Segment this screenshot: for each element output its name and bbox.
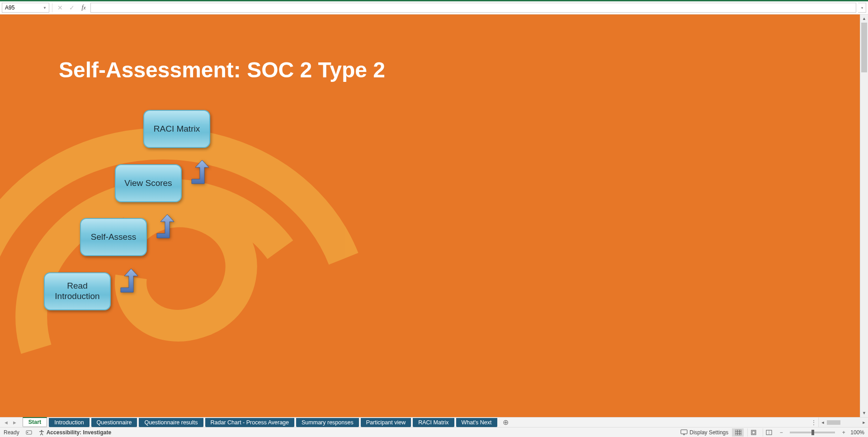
step-label: Read Introduction [47,281,108,302]
tab-nav: ◄ ► [0,418,21,427]
scroll-up-icon[interactable]: ▲ [860,14,868,23]
formula-input[interactable] [90,3,856,13]
step-label: Self-Assess [91,232,136,242]
accessibility-status[interactable]: Accessibility: Investigate [38,429,111,436]
display-settings-button[interactable]: Display Settings [680,429,728,436]
sheet-tab-strip: ◄ ► StartIntroductionQuestionnaireQuesti… [0,417,868,427]
svg-rect-3 [681,430,687,434]
sheet-tab-radar-chart-process-average[interactable]: Radar Chart - Process Average [205,418,294,427]
view-normal-button[interactable] [732,428,744,437]
step-raci-matrix-button[interactable]: RACI Matrix [143,110,210,148]
vertical-scrollbar[interactable]: ▲ ▼ [860,14,868,417]
tab-scroll-right-icon[interactable]: ► [12,420,17,425]
scroll-down-icon[interactable]: ▼ [860,409,868,417]
page-title: Self-Assessment: SOC 2 Type 2 [59,57,385,82]
macro-record-icon[interactable] [26,429,32,436]
arrow-up-icon [154,214,172,241]
sheet-tab-participant-view[interactable]: Participant view [361,418,411,427]
worksheet-canvas: Self-Assessment: SOC 2 Type 2 Read Intro… [0,14,860,417]
monitor-icon [680,429,688,436]
cancel-icon[interactable]: ✕ [55,3,65,13]
formula-bar: A95 ▼ ✕ ✓ fx ▾ [0,0,868,14]
sheet-tab-start[interactable]: Start [23,417,47,427]
step-read-introduction-button[interactable]: Read Introduction [44,272,111,310]
svg-rect-10 [752,431,755,434]
tab-options-icon[interactable]: ⋮ [809,418,818,427]
step-label: View Scores [124,178,172,189]
sheet-tab-summary-responses[interactable]: Summary responses [296,418,359,427]
scroll-left-icon[interactable]: ◄ [819,420,827,425]
name-box[interactable]: A95 ▼ [2,3,49,13]
zoom-slider[interactable] [790,432,835,433]
sheet-tab-what-s-next[interactable]: What's Next [456,418,497,427]
scroll-thumb[interactable] [861,23,867,72]
status-ready: Ready [4,429,19,436]
zoom-level[interactable]: 100% [850,429,864,436]
display-settings-label: Display Settings [689,429,728,436]
fx-icon[interactable]: fx [79,3,89,13]
scroll-right-icon[interactable]: ► [860,420,868,425]
sheet-tab-introduction[interactable]: Introduction [49,418,89,427]
view-page-layout-button[interactable] [747,428,759,437]
accessibility-icon [38,429,45,436]
arrow-up-icon [189,159,207,186]
enter-icon[interactable]: ✓ [67,3,77,13]
svg-point-1 [27,432,28,433]
zoom-in-button[interactable]: + [840,429,847,436]
new-sheet-button[interactable]: ⊕ [501,418,511,427]
horizontal-scrollbar[interactable]: ◄ ► [818,418,868,427]
hscroll-track[interactable] [827,419,860,426]
svg-point-2 [41,430,42,431]
accessibility-label: Accessibility: Investigate [47,429,111,436]
tab-scroll-left-icon[interactable]: ◄ [4,420,9,425]
view-page-break-button[interactable] [763,428,774,437]
step-label: RACI Matrix [154,124,200,134]
step-view-scores-button[interactable]: View Scores [115,164,182,202]
scroll-track[interactable] [860,23,868,409]
separator [52,3,52,12]
status-bar: Ready Accessibility: Investigate Display… [0,427,868,437]
arrow-up-icon [118,268,136,295]
sheet-tabs: StartIntroductionQuestionnaireQuestionna… [21,418,501,427]
svg-rect-4 [735,430,741,435]
sheet-tab-questionnaire-results[interactable]: Questionnaire results [139,418,203,427]
zoom-knob[interactable] [811,430,814,435]
chevron-down-icon[interactable]: ▼ [42,4,48,11]
zoom-out-button[interactable]: − [778,429,784,436]
step-self-assess-button[interactable]: Self-Assess [80,218,147,256]
name-box-value: A95 [5,5,14,11]
hscroll-thumb[interactable] [827,420,840,425]
sheet-tab-questionnaire[interactable]: Questionnaire [91,418,137,427]
expand-formula-bar-icon[interactable]: ▾ [858,3,866,13]
sheet-tab-raci-matrix[interactable]: RACI Matrix [413,418,454,427]
